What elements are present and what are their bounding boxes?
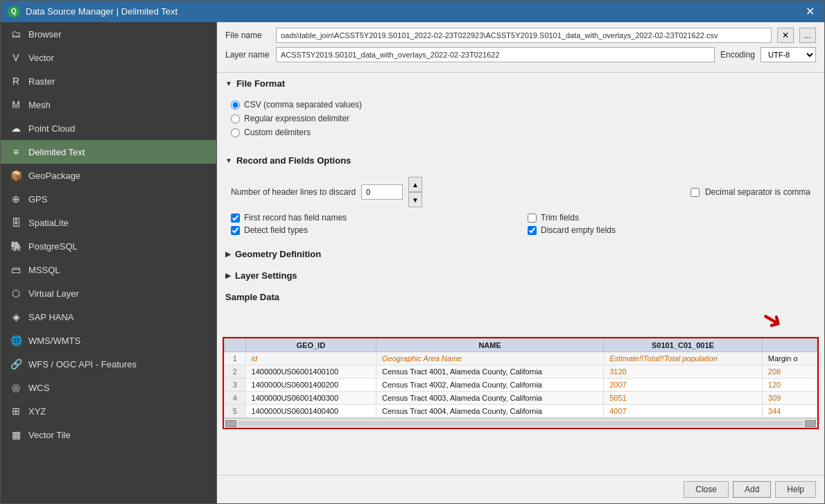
header-lines-input[interactable]	[361, 184, 403, 200]
sidebar-item-wmswmts[interactable]: 🌐WMS/WMTS	[1, 329, 216, 352]
scroll-track[interactable]	[238, 421, 804, 426]
trim-fields-checkbox[interactable]	[528, 214, 537, 223]
row-num-cell: 5	[225, 405, 246, 418]
sidebar-item-browser[interactable]: 🗂Browser	[1, 22, 216, 46]
sidebar-label-pointcloud: Point Cloud	[28, 123, 75, 134]
sidebar-item-vectortile[interactable]: ▦Vector Tile	[1, 423, 216, 446]
table-h-scrollbar[interactable]	[224, 418, 817, 428]
layer-name-row: Layer name Encoding UTF-8	[225, 47, 816, 62]
close-window-button[interactable]: ✕	[803, 5, 817, 18]
add-button[interactable]: Add	[733, 481, 771, 498]
layer-settings-arrow: ▶	[225, 272, 231, 279]
scroll-left-btn[interactable]	[225, 420, 236, 427]
gps-icon: ⊕	[9, 192, 23, 206]
regex-radio[interactable]	[231, 114, 240, 123]
sidebar-item-geopackage[interactable]: 📦GeoPackage	[1, 164, 216, 187]
first-record-checkbox[interactable]	[231, 214, 240, 223]
discard-empty-checkbox[interactable]	[528, 226, 537, 235]
s0101-cell: 5051	[604, 392, 763, 405]
record-fields-arrow: ▼	[225, 157, 232, 164]
extra-cell: 208	[762, 365, 817, 379]
detect-types-checkbox[interactable]	[231, 226, 240, 235]
sidebar-item-virtuallayer[interactable]: ⬡Virtual Layer	[1, 281, 216, 305]
sidebar-item-raster[interactable]: RRaster	[1, 69, 216, 93]
sidebar-item-mesh[interactable]: MMesh	[1, 93, 216, 116]
file-format-label: File Format	[236, 78, 285, 89]
file-format-body: CSV (comma separated values) Regular exp…	[217, 94, 824, 150]
sidebar-item-mssql[interactable]: 🗃MSSQL	[1, 258, 216, 281]
sidebar-item-wfsapi[interactable]: 🔗WFS / OGC API - Features	[1, 352, 216, 376]
sidebar-label-spatialite: SpatiaLite	[28, 218, 69, 228]
col-num	[225, 339, 246, 352]
header-lines-down[interactable]: ▼	[408, 192, 422, 207]
geo-id-cell: 1400000US06001400200	[245, 379, 376, 392]
record-fields-header[interactable]: ▼ Record and Fields Options	[217, 150, 824, 171]
sidebar-label-saphana: SAP HANA	[28, 312, 74, 322]
help-button[interactable]: Help	[775, 481, 816, 498]
table-row: 21400000US06001400100Census Tract 4001, …	[225, 365, 817, 379]
main-window: Q Data Source Manager | Delimited Text ✕…	[0, 0, 825, 504]
sample-data-label: Sample Data	[217, 286, 824, 305]
sidebar-item-delimited[interactable]: ≡Delimited Text	[1, 140, 216, 164]
file-format-header[interactable]: ▼ File Format	[217, 73, 824, 94]
geometry-arrow: ▶	[225, 250, 231, 258]
sidebar-label-xyz: XYZ	[28, 406, 46, 417]
header-lines-label: Number of header lines to discard	[231, 187, 356, 197]
browser-icon: 🗂	[9, 27, 23, 41]
sidebar-item-pointcloud[interactable]: ☁Point Cloud	[1, 116, 216, 140]
custom-radio-row: Custom delimiters	[231, 128, 810, 137]
vector-icon: V	[9, 51, 23, 64]
header-lines-row: Number of header lines to discard ▲ ▼ De…	[231, 177, 810, 207]
extra-cell: Margin o	[762, 352, 817, 365]
geometry-header[interactable]: ▶ Geometry Definition	[217, 243, 824, 265]
detect-types-label: Detect field types	[244, 225, 308, 235]
geo-id-cell: id	[245, 352, 376, 365]
csv-radio[interactable]	[231, 101, 240, 110]
sidebar-label-browser: Browser	[28, 29, 62, 40]
layer-name-input[interactable]	[276, 47, 715, 62]
header-lines-up[interactable]: ▲	[408, 177, 422, 192]
sidebar-item-wcs[interactable]: ◎WCS	[1, 376, 216, 399]
close-button[interactable]: Close	[684, 481, 729, 498]
sidebar-item-saphana[interactable]: ◈SAP HANA	[1, 305, 216, 329]
encoding-select[interactable]: UTF-8	[761, 47, 816, 62]
col-name: NAME	[376, 339, 604, 352]
custom-radio[interactable]	[231, 128, 240, 137]
sidebar-label-virtuallayer: Virtual Layer	[28, 288, 79, 299]
row-num-cell: 1	[225, 352, 246, 365]
file-name-input[interactable]	[276, 28, 772, 43]
scroll-right-btn[interactable]	[805, 420, 816, 427]
sidebar-item-spatialite[interactable]: 🗄SpatiaLite	[1, 211, 216, 234]
scroll-content: ▼ File Format CSV (comma separated value…	[217, 73, 824, 475]
file-name-row: File name ✕ ...	[225, 28, 816, 43]
discard-empty-row: Discard empty fields	[528, 225, 810, 235]
extra-cell: 344	[762, 405, 817, 418]
file-browse-button[interactable]: ...	[799, 28, 816, 43]
sidebar: 🗂BrowserVVectorRRasterMMesh☁Point Cloud≡…	[1, 22, 217, 503]
encoding-row: Encoding UTF-8	[720, 47, 816, 62]
table-row: 31400000US06001400200Census Tract 4002, …	[225, 379, 817, 392]
red-arrow-icon: ➜	[756, 302, 789, 337]
sample-data-table: GEO_ID NAME S0101_C01_001E 1idGeographic…	[224, 338, 817, 418]
sidebar-item-xyz[interactable]: ⊞XYZ	[1, 399, 216, 423]
encoding-label: Encoding	[720, 50, 755, 60]
sidebar-item-postgresql[interactable]: 🐘PostgreSQL	[1, 234, 216, 258]
name-cell: Census Tract 4003, Alameda County, Calif…	[376, 392, 604, 405]
sidebar-label-geopackage: GeoPackage	[28, 171, 80, 181]
titlebar: Q Data Source Manager | Delimited Text ✕	[1, 1, 824, 22]
sidebar-item-vector[interactable]: VVector	[1, 46, 216, 69]
sidebar-item-gps[interactable]: ⊕GPS	[1, 187, 216, 211]
name-cell: Geographic Area Name	[376, 352, 604, 365]
sidebar-label-raster: Raster	[28, 76, 55, 87]
wfsapi-icon: 🔗	[9, 357, 23, 371]
sidebar-label-wcs: WCS	[28, 383, 49, 393]
geo-id-cell: 1400000US06001400400	[245, 405, 376, 418]
geopackage-icon: 📦	[9, 168, 23, 182]
row-num-cell: 4	[225, 392, 246, 405]
decimal-checkbox[interactable]	[691, 188, 700, 197]
file-clear-button[interactable]: ✕	[777, 28, 794, 43]
layer-settings-header[interactable]: ▶ Layer Settings	[217, 265, 824, 286]
mesh-icon: M	[9, 98, 23, 112]
table-row: 1idGeographic Area NameEstimate!!Total!!…	[225, 352, 817, 365]
sidebar-label-vectortile: Vector Tile	[28, 430, 71, 440]
